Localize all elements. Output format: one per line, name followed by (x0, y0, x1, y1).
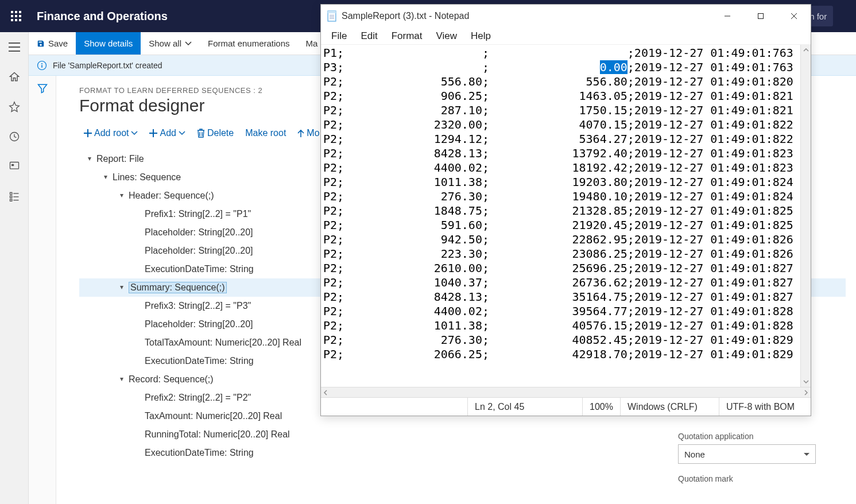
caret-icon[interactable] (117, 283, 126, 292)
status-cursor-pos: Ln 2, Col 45 (467, 398, 582, 416)
delete-button[interactable]: Delete (192, 126, 238, 141)
notepad-menu-view[interactable]: View (429, 29, 464, 44)
caret-icon[interactable] (117, 375, 126, 384)
caret-placeholder (133, 265, 142, 274)
scroll-down-arrow[interactable] (801, 377, 811, 387)
svg-rect-6 (11, 19, 13, 21)
tree-node-label: Placeholder: String[20..20] (145, 319, 253, 329)
notepad-menu-format[interactable]: Format (385, 29, 429, 44)
svg-rect-0 (11, 11, 13, 13)
caret-icon[interactable] (117, 191, 126, 200)
window-buttons (711, 5, 811, 28)
tab-format-enumerations[interactable]: Format enumerations (200, 32, 298, 55)
filter-column (29, 76, 56, 504)
notepad-menu-edit[interactable]: Edit (354, 29, 384, 44)
save-button[interactable]: Save (29, 32, 76, 55)
chevron-down-icon (185, 40, 192, 47)
chevron-down-icon (179, 130, 185, 137)
caret-placeholder (133, 448, 142, 458)
svg-rect-13 (10, 162, 18, 169)
svg-rect-2 (19, 11, 21, 13)
caret-icon[interactable] (101, 173, 110, 182)
notepad-window: SampleReport (3).txt - Notepad FileEditF… (320, 4, 811, 416)
notepad-status-bar: Ln 2, Col 45 100% Windows (CRLF) UTF-8 w… (321, 397, 811, 416)
close-button[interactable] (777, 5, 811, 28)
tree-node-label: Report: File (96, 154, 144, 164)
tab-show-all[interactable]: Show all (141, 32, 200, 55)
caret-placeholder (133, 356, 142, 366)
caret-placeholder (133, 338, 142, 347)
info-message-text: File 'SampleReport.txt' created (53, 61, 162, 70)
save-icon (37, 40, 45, 48)
notepad-menu-file[interactable]: File (324, 29, 354, 44)
svg-rect-7 (15, 19, 17, 21)
svg-rect-9 (9, 42, 20, 44)
workspace-icon[interactable] (6, 158, 22, 175)
notepad-text-area[interactable]: P1; ; ;2019-12-27 01:49:01:763 P3; ; 0.0… (321, 45, 800, 387)
tree-node-label: RunningTotal: Numeric[20..20] Real (145, 429, 290, 440)
caret-icon[interactable] (85, 154, 94, 164)
waffle-icon[interactable] (0, 0, 32, 32)
status-zoom: 100% (582, 398, 620, 416)
notepad-app-icon (326, 10, 338, 22)
tree-node-label: ExecutionDateTime: String (145, 264, 254, 274)
recent-icon[interactable] (6, 129, 22, 145)
tree-node-label: Placeholder: String[20..20] (145, 227, 253, 238)
notepad-titlebar[interactable]: SampleReport (3).txt - Notepad (321, 5, 811, 28)
tab-show-details[interactable]: Show details (76, 32, 141, 55)
maximize-button[interactable] (744, 5, 777, 28)
modules-icon[interactable] (6, 188, 22, 204)
info-icon (37, 60, 47, 71)
tree-node-label: Prefix3: String[2..2] = "P3" (145, 301, 251, 311)
properties-panel: Quotation application None Quotation mar… (678, 432, 827, 487)
vertical-scrollbar[interactable] (800, 45, 811, 387)
tree-node-label: Header: Sequence(;) (129, 191, 214, 201)
tree-node-label: Summary: Sequence(;) (129, 282, 227, 293)
svg-rect-30 (758, 14, 764, 19)
left-nav-rail (0, 32, 29, 504)
status-line-ending: Windows (CRLF) (620, 398, 719, 416)
svg-point-22 (41, 63, 42, 64)
svg-rect-4 (15, 15, 17, 17)
app-name: Finance and Operations (32, 10, 168, 23)
trash-icon (197, 129, 205, 138)
home-icon[interactable] (6, 69, 22, 85)
scroll-left-arrow[interactable] (323, 390, 328, 396)
notepad-menu-help[interactable]: Help (464, 29, 498, 44)
star-icon[interactable] (6, 99, 22, 115)
caret-placeholder (133, 228, 142, 237)
tree-node-label: Prefix1: String[2..2] = "P1" (145, 209, 251, 219)
svg-rect-8 (19, 19, 21, 21)
caret-placeholder (133, 412, 142, 421)
scroll-up-arrow[interactable] (801, 45, 811, 55)
svg-rect-11 (9, 51, 20, 52)
svg-rect-14 (11, 164, 14, 166)
chevron-down-icon (131, 130, 138, 137)
svg-rect-16 (10, 196, 11, 197)
tree-node-label: Lines: Sequence (113, 172, 181, 183)
move-button[interactable]: Mo (293, 126, 324, 141)
add-button[interactable]: Add (145, 126, 189, 141)
tree-node-label: Placeholder: String[20..20] (145, 246, 253, 256)
tree-node-label: ExecutionDateTime: String (145, 448, 254, 458)
caret-placeholder (133, 210, 142, 219)
svg-rect-17 (10, 199, 11, 201)
caret-placeholder (133, 430, 142, 439)
hamburger-icon[interactable] (6, 39, 22, 55)
quotation-application-select[interactable]: None (678, 444, 816, 464)
horizontal-scrollbar[interactable] (321, 387, 811, 397)
notepad-body: P1; ; ;2019-12-27 01:49:01:763 P3; ; 0.0… (321, 45, 811, 387)
caret-placeholder (133, 393, 142, 402)
scroll-right-arrow[interactable] (803, 390, 809, 396)
make-root-button[interactable]: Make root (241, 126, 291, 141)
status-spacer (321, 398, 467, 416)
svg-rect-23 (41, 65, 42, 68)
add-root-button[interactable]: Add root (79, 126, 142, 141)
tree-node-label: Prefix2: String[2..2] = "P2" (145, 393, 251, 403)
minimize-button[interactable] (711, 5, 744, 28)
notepad-menu-bar: FileEditFormatViewHelp (321, 28, 811, 45)
notepad-title-text: SampleReport (3).txt - Notepad (342, 11, 469, 21)
svg-rect-25 (328, 11, 336, 13)
svg-rect-10 (9, 46, 20, 48)
funnel-icon[interactable] (37, 83, 48, 504)
